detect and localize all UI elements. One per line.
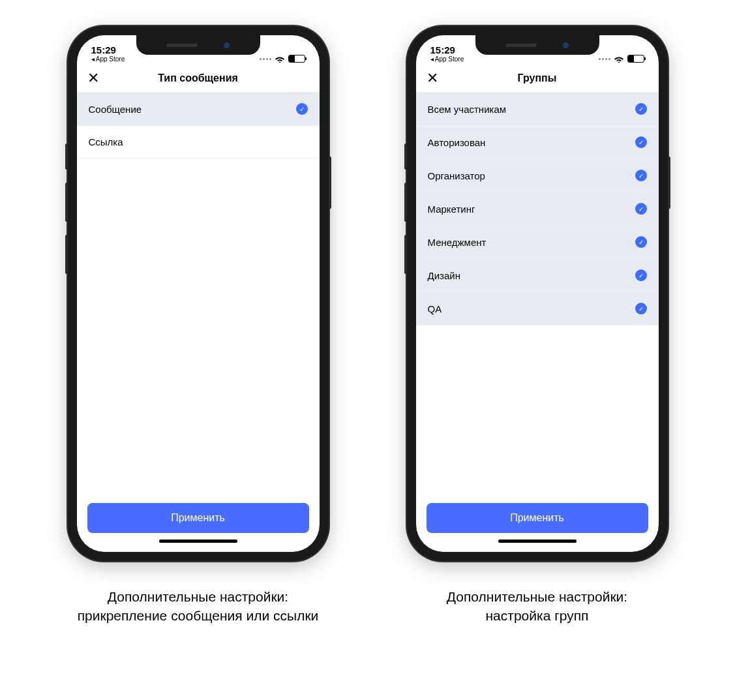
list-row-label: Ссылка — [89, 136, 123, 147]
option-list: Всем участникам✓Авторизован✓Организатор✓… — [416, 93, 659, 326]
status-back-app[interactable]: ◂ App Store — [91, 55, 125, 63]
status-right — [599, 55, 644, 63]
notch — [136, 35, 260, 55]
cell-signal-icon — [260, 58, 271, 60]
screen-title: Тип сообщения — [158, 72, 238, 84]
list-row[interactable]: QA✓ — [416, 292, 659, 326]
apply-button[interactable]: Применить — [427, 503, 648, 533]
home-indicator[interactable] — [498, 540, 577, 543]
bottom-area: Применить — [416, 503, 659, 552]
list-row[interactable]: Организатор✓ — [416, 159, 659, 192]
apply-button[interactable]: Применить — [87, 503, 309, 533]
nav-bar: ✕ Тип сообщения — [77, 64, 320, 93]
list-row-label: Организатор — [428, 170, 485, 181]
checkmark-icon: ✓ — [635, 303, 647, 314]
list-row[interactable]: Ссылка — [77, 126, 320, 159]
battery-icon — [288, 55, 305, 63]
cell-signal-icon — [599, 58, 610, 60]
checkmark-icon: ✓ — [296, 103, 308, 115]
list-row[interactable]: Авторизован✓ — [416, 126, 659, 159]
status-right — [260, 55, 305, 63]
list-row-label: Всем участникам — [428, 104, 507, 115]
list-row-label: Маркетинг — [428, 204, 475, 215]
screen: 15:29 ◂ App Store ✕ Тип сообщения Сообще… — [77, 35, 320, 552]
list-row-label: Авторизован — [428, 137, 486, 148]
phone-frame: 15:29 ◂ App Store ✕ Группы Всем участник… — [407, 26, 668, 561]
list-row[interactable]: Менеджмент✓ — [416, 226, 659, 259]
phone-mockup-right: 15:29 ◂ App Store ✕ Группы Всем участник… — [407, 26, 668, 626]
list-row-label: Сообщение — [89, 104, 142, 115]
list-row[interactable]: Дизайн✓ — [416, 259, 659, 292]
nav-bar: ✕ Группы — [416, 64, 659, 93]
status-back-app[interactable]: ◂ App Store — [430, 55, 464, 63]
option-list: Сообщение✓Ссылка — [77, 93, 320, 159]
checkmark-icon: ✓ — [635, 136, 647, 148]
status-time: 15:29 — [91, 45, 116, 56]
notch — [475, 35, 599, 55]
list-row-label: Дизайн — [428, 270, 460, 281]
home-indicator[interactable] — [159, 540, 237, 543]
caption: Дополнительные настройки: прикрепление с… — [74, 587, 322, 626]
bottom-area: Применить — [77, 503, 320, 552]
checkmark-icon: ✓ — [635, 236, 647, 248]
list-row-label: Менеджмент — [428, 237, 487, 248]
screen-title: Группы — [518, 72, 557, 84]
phone-mockup-left: 15:29 ◂ App Store ✕ Тип сообщения Сообще… — [68, 26, 329, 626]
list-row[interactable]: Всем участникам✓ — [416, 93, 659, 126]
caption: Дополнительные настройки: настройка груп… — [413, 587, 661, 626]
close-icon[interactable]: ✕ — [427, 71, 438, 85]
checkmark-icon: ✓ — [635, 269, 647, 281]
list-row-label: QA — [428, 303, 442, 314]
battery-icon — [627, 55, 644, 63]
phone-frame: 15:29 ◂ App Store ✕ Тип сообщения Сообще… — [68, 26, 329, 561]
checkmark-icon: ✓ — [635, 203, 647, 215]
close-icon[interactable]: ✕ — [87, 71, 99, 85]
checkmark-icon: ✓ — [635, 170, 647, 181]
list-row[interactable]: Сообщение✓ — [77, 93, 320, 126]
checkmark-icon: ✓ — [635, 103, 647, 115]
status-time: 15:29 — [430, 45, 455, 56]
wifi-icon — [614, 55, 624, 63]
wifi-icon — [275, 55, 285, 63]
screen: 15:29 ◂ App Store ✕ Группы Всем участник… — [416, 35, 659, 552]
list-row[interactable]: Маркетинг✓ — [416, 192, 659, 226]
